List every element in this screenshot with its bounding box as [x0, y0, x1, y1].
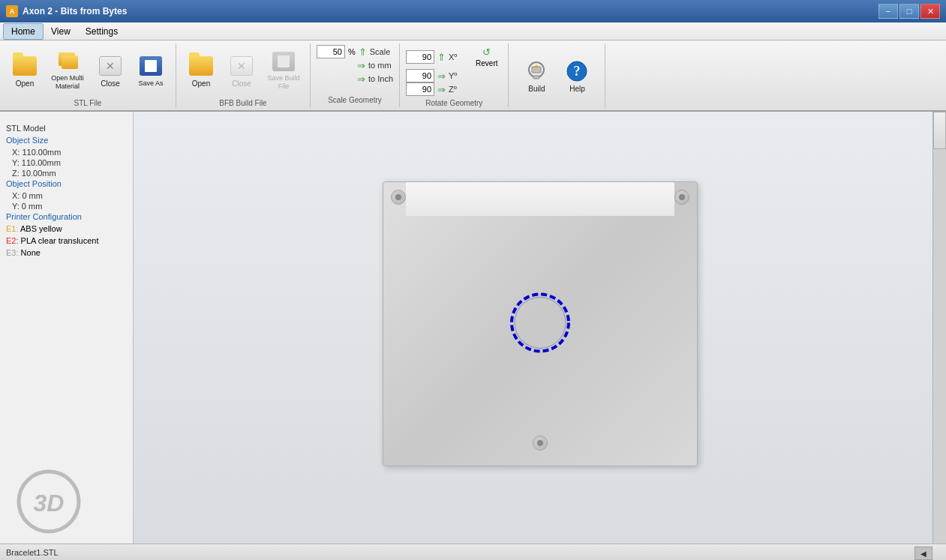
- rotate-y-input[interactable]: [406, 69, 434, 82]
- rotate-x-row: ⇑ Xº ↺ Revert: [406, 45, 502, 69]
- title-bar: A Axon 2 - Bits from Bytes − □ ✕: [0, 0, 946, 22]
- rotate-z-row: ⇒ Zº: [406, 82, 502, 96]
- scrollbar-right[interactable]: [932, 112, 946, 544]
- close-bfb-icon: ✕: [230, 54, 254, 78]
- print-object: [495, 278, 585, 370]
- open-button[interactable]: Open: [6, 47, 44, 92]
- build-plate: [383, 181, 698, 466]
- menu-view[interactable]: View: [44, 24, 78, 39]
- save-as-icon: [139, 54, 163, 78]
- save-as-label: Save As: [138, 79, 163, 88]
- screw-tr: [679, 194, 685, 200]
- e1-value: ABS yellow: [20, 224, 62, 233]
- mount-tr: [674, 190, 689, 205]
- toolbar-scale-group: % ⇑ Scale ⇒ to mm ⇒ to Inch Scale Geomet…: [311, 43, 400, 107]
- rotate-z-icon: ⇒: [437, 84, 446, 95]
- toolbar-bfb-group: Open ✕ Close Save Build File BFB Build F…: [176, 43, 311, 107]
- screw-tl: [395, 194, 401, 200]
- open-multi-label: Open Multi Material: [48, 74, 87, 91]
- rotate-y-row: ⇒ Yº: [406, 69, 502, 82]
- logo-3d: 3D: [15, 468, 83, 538]
- maximize-button[interactable]: □: [899, 4, 919, 19]
- scale-inch-icon: ⇒: [357, 73, 365, 85]
- save-build-button[interactable]: Save Build File: [263, 47, 304, 92]
- open-multi-button[interactable]: Open Multi Material: [47, 47, 89, 92]
- close-bfb-button[interactable]: ✕ Close: [223, 47, 260, 92]
- viewport[interactable]: [134, 112, 946, 544]
- size-z-value: Z: 10.00mm: [6, 169, 127, 178]
- axis-x-label: Xº: [449, 52, 462, 61]
- mount-tl: [391, 190, 406, 205]
- open2-label: Open: [192, 79, 210, 88]
- scale-percent-row: % ⇑ Scale: [317, 45, 393, 58]
- stl-group-label: STL File: [74, 96, 102, 107]
- pos-y-value: Y: 0 mm: [6, 202, 127, 211]
- object-position-link[interactable]: Object Position: [6, 179, 127, 188]
- screw-bc: [537, 440, 543, 446]
- rotate-x-input[interactable]: [406, 50, 434, 64]
- revert-button[interactable]: ↺ Revert: [471, 45, 502, 69]
- e3-value: None: [21, 248, 41, 257]
- build-icon: [524, 59, 548, 83]
- e2-label: E2:: [6, 236, 19, 245]
- help-label: Help: [569, 85, 585, 93]
- svg-text:?: ?: [574, 64, 581, 79]
- scrollbar-thumb[interactable]: [933, 112, 946, 149]
- scale-to-mm-label[interactable]: to mm: [368, 61, 392, 70]
- bfb-group-label: BFB Build File: [219, 96, 266, 107]
- stl-buttons: Open Open Multi Material ✕ Close: [6, 43, 170, 96]
- close-window-button[interactable]: ✕: [920, 4, 940, 19]
- e1-row: E1: ABS yellow: [6, 224, 127, 233]
- e3-row: E3: None: [6, 248, 127, 257]
- close2-label: Close: [232, 79, 251, 88]
- open-bfb-icon: [189, 54, 213, 78]
- help-icon: ?: [565, 59, 589, 83]
- open-icon: [13, 54, 37, 78]
- help-button[interactable]: ? Help: [558, 53, 596, 98]
- left-panel: STL Model Object Size X: 110.00mm Y: 110…: [0, 112, 134, 544]
- scale-mm-row: ⇒ to mm: [317, 58, 393, 72]
- menu-home[interactable]: Home: [3, 23, 44, 40]
- save-as-button[interactable]: Save As: [132, 47, 170, 92]
- save-build-label: Save Build File: [265, 74, 302, 91]
- open-bfb-button[interactable]: Open: [182, 47, 220, 92]
- stl-model-label: STL Model: [6, 124, 127, 133]
- menu-settings[interactable]: Settings: [78, 24, 125, 39]
- save-build-icon: [272, 50, 296, 73]
- scale-mm-icon: ⇒: [357, 60, 365, 71]
- scale-group-label: Scale Geometry: [317, 93, 393, 106]
- mount-bc: [533, 436, 548, 451]
- scale-percent-input[interactable]: [317, 45, 345, 58]
- viewport-inner: [149, 127, 931, 521]
- app-icon: A: [6, 5, 18, 17]
- printer-config-link[interactable]: Printer Configuration: [6, 212, 127, 221]
- svg-point-8: [512, 295, 569, 352]
- open-label: Open: [16, 79, 34, 88]
- rotate-y-icon: ⇒: [437, 70, 446, 82]
- close-stl-button[interactable]: ✕ Close: [92, 47, 129, 92]
- revert-label: Revert: [476, 59, 497, 67]
- main-area: STL Model Object Size X: 110.00mm Y: 110…: [0, 112, 946, 544]
- toolbar-rotate-group: ⇑ Xº ↺ Revert ⇒ Yº ⇒ Zº Rotate Geometry: [400, 43, 509, 107]
- minimize-button[interactable]: −: [878, 4, 898, 19]
- bfb-buttons: Open ✕ Close Save Build File: [182, 43, 304, 96]
- scale-btn-label[interactable]: Scale: [370, 47, 391, 56]
- build-label: Build: [528, 85, 545, 93]
- build-button[interactable]: Build: [518, 53, 555, 98]
- scale-to-inch-label[interactable]: to Inch: [368, 74, 393, 83]
- close-stl-icon: ✕: [98, 54, 122, 78]
- status-arrow[interactable]: ◀: [914, 547, 932, 560]
- title-bar-left: A Axon 2 - Bits from Bytes: [6, 5, 127, 17]
- size-y-value: Y: 110.00mm: [6, 158, 127, 167]
- window-title: Axon 2 - Bits from Bytes: [23, 6, 127, 16]
- svg-text:3D: 3D: [34, 490, 65, 517]
- build-help-group: Build ? Help: [509, 43, 605, 107]
- rotate-z-input[interactable]: [406, 82, 434, 96]
- scale-inch-row: ⇒ to Inch: [317, 72, 393, 85]
- svg-point-3: [535, 65, 538, 68]
- open-multi-icon: [56, 50, 80, 73]
- heat-bed-top: [406, 182, 674, 216]
- menu-bar: Home View Settings: [0, 22, 946, 40]
- toolbar-stl-group: Open Open Multi Material ✕ Close: [0, 43, 176, 107]
- object-size-link[interactable]: Object Size: [6, 136, 127, 145]
